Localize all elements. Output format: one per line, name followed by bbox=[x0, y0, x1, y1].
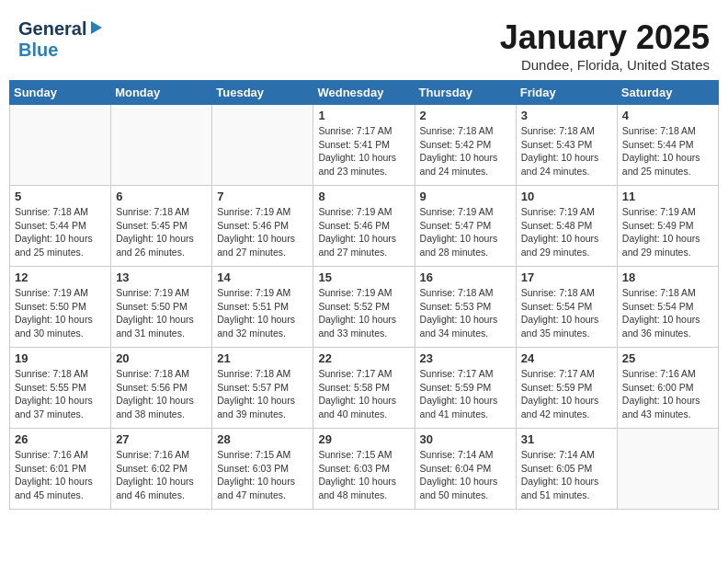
day-info: Sunrise: 7:19 AMSunset: 5:52 PMDaylight:… bbox=[318, 287, 396, 339]
day-cell: 18 Sunrise: 7:18 AMSunset: 5:54 PMDaylig… bbox=[617, 267, 718, 348]
day-cell: 6 Sunrise: 7:18 AMSunset: 5:45 PMDayligh… bbox=[111, 186, 212, 267]
day-number: 7 bbox=[217, 190, 308, 203]
day-number: 4 bbox=[622, 109, 713, 122]
day-cell bbox=[617, 429, 718, 510]
day-number: 26 bbox=[15, 432, 106, 446]
day-info: Sunrise: 7:19 AMSunset: 5:47 PMDaylight:… bbox=[420, 206, 498, 258]
day-cell: 1 Sunrise: 7:17 AMSunset: 5:41 PMDayligh… bbox=[313, 105, 415, 186]
day-number: 13 bbox=[116, 270, 207, 284]
col-wednesday: Wednesday bbox=[313, 81, 415, 105]
week-row-0: 1 Sunrise: 7:17 AMSunset: 5:41 PMDayligh… bbox=[10, 105, 719, 186]
day-number: 24 bbox=[521, 351, 612, 365]
day-cell: 10 Sunrise: 7:19 AMSunset: 5:48 PMDaylig… bbox=[516, 186, 617, 267]
logo: General Blue bbox=[18, 18, 104, 61]
day-info: Sunrise: 7:18 AMSunset: 5:57 PMDaylight:… bbox=[217, 368, 295, 419]
day-info: Sunrise: 7:19 AMSunset: 5:50 PMDaylight:… bbox=[116, 287, 194, 339]
day-info: Sunrise: 7:15 AMSunset: 6:03 PMDaylight:… bbox=[318, 449, 396, 500]
day-info: Sunrise: 7:17 AMSunset: 5:41 PMDaylight:… bbox=[318, 125, 396, 177]
day-cell: 28 Sunrise: 7:15 AMSunset: 6:03 PMDaylig… bbox=[212, 429, 313, 510]
day-cell bbox=[10, 105, 111, 186]
day-cell: 11 Sunrise: 7:19 AMSunset: 5:49 PMDaylig… bbox=[617, 186, 718, 267]
day-info: Sunrise: 7:19 AMSunset: 5:46 PMDaylight:… bbox=[318, 206, 396, 258]
day-info: Sunrise: 7:19 AMSunset: 5:49 PMDaylight:… bbox=[622, 206, 700, 258]
day-number: 22 bbox=[318, 351, 409, 365]
day-number: 10 bbox=[521, 190, 612, 203]
day-number: 8 bbox=[318, 190, 409, 203]
day-number: 3 bbox=[521, 109, 612, 122]
day-info: Sunrise: 7:18 AMSunset: 5:55 PMDaylight:… bbox=[15, 368, 93, 419]
day-number: 16 bbox=[420, 270, 511, 284]
day-info: Sunrise: 7:16 AMSunset: 6:00 PMDaylight:… bbox=[622, 368, 700, 419]
week-row-3: 19 Sunrise: 7:18 AMSunset: 5:55 PMDaylig… bbox=[10, 348, 719, 429]
day-cell bbox=[212, 105, 313, 186]
calendar-header-row: Sunday Monday Tuesday Wednesday Thursday… bbox=[10, 81, 719, 105]
day-cell: 21 Sunrise: 7:18 AMSunset: 5:57 PMDaylig… bbox=[212, 348, 313, 429]
day-cell: 7 Sunrise: 7:19 AMSunset: 5:46 PMDayligh… bbox=[212, 186, 313, 267]
day-info: Sunrise: 7:18 AMSunset: 5:54 PMDaylight:… bbox=[622, 287, 700, 339]
day-cell: 24 Sunrise: 7:17 AMSunset: 5:59 PMDaylig… bbox=[516, 348, 617, 429]
day-cell: 31 Sunrise: 7:14 AMSunset: 6:05 PMDaylig… bbox=[516, 429, 617, 510]
logo-blue-text: Blue bbox=[18, 40, 58, 61]
col-monday: Monday bbox=[111, 81, 212, 105]
day-cell: 8 Sunrise: 7:19 AMSunset: 5:46 PMDayligh… bbox=[313, 186, 415, 267]
day-number: 19 bbox=[15, 351, 106, 365]
calendar-table: Sunday Monday Tuesday Wednesday Thursday… bbox=[9, 80, 719, 510]
day-cell: 9 Sunrise: 7:19 AMSunset: 5:47 PMDayligh… bbox=[415, 186, 516, 267]
day-cell: 3 Sunrise: 7:18 AMSunset: 5:43 PMDayligh… bbox=[516, 105, 617, 186]
svg-marker-0 bbox=[91, 21, 102, 34]
day-cell bbox=[111, 105, 212, 186]
day-number: 20 bbox=[116, 351, 207, 365]
day-info: Sunrise: 7:16 AMSunset: 6:02 PMDaylight:… bbox=[116, 449, 194, 500]
logo-arrow-icon bbox=[87, 19, 104, 40]
day-number: 6 bbox=[116, 190, 207, 203]
day-number: 12 bbox=[15, 270, 106, 284]
col-friday: Friday bbox=[516, 81, 617, 105]
day-number: 31 bbox=[521, 432, 612, 446]
day-info: Sunrise: 7:18 AMSunset: 5:45 PMDaylight:… bbox=[116, 206, 194, 258]
day-info: Sunrise: 7:18 AMSunset: 5:43 PMDaylight:… bbox=[521, 125, 599, 177]
day-number: 1 bbox=[318, 109, 409, 122]
day-number: 11 bbox=[622, 190, 713, 203]
day-number: 17 bbox=[521, 270, 612, 284]
day-cell: 16 Sunrise: 7:18 AMSunset: 5:53 PMDaylig… bbox=[415, 267, 516, 348]
day-cell: 17 Sunrise: 7:18 AMSunset: 5:54 PMDaylig… bbox=[516, 267, 617, 348]
day-cell: 20 Sunrise: 7:18 AMSunset: 5:56 PMDaylig… bbox=[111, 348, 212, 429]
week-row-4: 26 Sunrise: 7:16 AMSunset: 6:01 PMDaylig… bbox=[10, 429, 719, 510]
day-info: Sunrise: 7:19 AMSunset: 5:50 PMDaylight:… bbox=[15, 287, 93, 339]
header: General Blue January 2025 Dundee, Florid… bbox=[9, 9, 719, 80]
day-info: Sunrise: 7:19 AMSunset: 5:48 PMDaylight:… bbox=[521, 206, 599, 258]
day-number: 21 bbox=[217, 351, 308, 365]
day-info: Sunrise: 7:18 AMSunset: 5:44 PMDaylight:… bbox=[622, 125, 700, 177]
page-container: General Blue January 2025 Dundee, Florid… bbox=[9, 9, 719, 510]
day-info: Sunrise: 7:16 AMSunset: 6:01 PMDaylight:… bbox=[15, 449, 93, 500]
day-info: Sunrise: 7:19 AMSunset: 5:51 PMDaylight:… bbox=[217, 287, 295, 339]
day-info: Sunrise: 7:17 AMSunset: 5:58 PMDaylight:… bbox=[318, 368, 396, 419]
day-cell: 23 Sunrise: 7:17 AMSunset: 5:59 PMDaylig… bbox=[415, 348, 516, 429]
day-cell: 27 Sunrise: 7:16 AMSunset: 6:02 PMDaylig… bbox=[111, 429, 212, 510]
day-info: Sunrise: 7:18 AMSunset: 5:44 PMDaylight:… bbox=[15, 206, 93, 258]
day-cell: 30 Sunrise: 7:14 AMSunset: 6:04 PMDaylig… bbox=[415, 429, 516, 510]
day-number: 18 bbox=[622, 270, 713, 284]
day-info: Sunrise: 7:18 AMSunset: 5:54 PMDaylight:… bbox=[521, 287, 599, 339]
day-info: Sunrise: 7:17 AMSunset: 5:59 PMDaylight:… bbox=[420, 368, 498, 419]
day-cell: 29 Sunrise: 7:15 AMSunset: 6:03 PMDaylig… bbox=[313, 429, 415, 510]
day-cell: 22 Sunrise: 7:17 AMSunset: 5:58 PMDaylig… bbox=[313, 348, 415, 429]
day-cell: 15 Sunrise: 7:19 AMSunset: 5:52 PMDaylig… bbox=[313, 267, 415, 348]
day-number: 25 bbox=[622, 351, 713, 365]
day-info: Sunrise: 7:15 AMSunset: 6:03 PMDaylight:… bbox=[217, 449, 295, 500]
day-cell: 2 Sunrise: 7:18 AMSunset: 5:42 PMDayligh… bbox=[415, 105, 516, 186]
col-thursday: Thursday bbox=[415, 81, 516, 105]
day-cell: 25 Sunrise: 7:16 AMSunset: 6:00 PMDaylig… bbox=[617, 348, 718, 429]
day-cell: 13 Sunrise: 7:19 AMSunset: 5:50 PMDaylig… bbox=[111, 267, 212, 348]
title-block: January 2025 Dundee, Florida, United Sta… bbox=[500, 18, 710, 73]
day-info: Sunrise: 7:18 AMSunset: 5:56 PMDaylight:… bbox=[116, 368, 194, 419]
day-cell: 19 Sunrise: 7:18 AMSunset: 5:55 PMDaylig… bbox=[10, 348, 111, 429]
day-number: 30 bbox=[420, 432, 511, 446]
day-number: 14 bbox=[217, 270, 308, 284]
day-cell: 5 Sunrise: 7:18 AMSunset: 5:44 PMDayligh… bbox=[10, 186, 111, 267]
day-info: Sunrise: 7:18 AMSunset: 5:42 PMDaylight:… bbox=[420, 125, 498, 177]
month-title: January 2025 bbox=[500, 18, 710, 57]
day-number: 2 bbox=[420, 109, 511, 122]
logo-general-text: General bbox=[18, 18, 86, 40]
col-tuesday: Tuesday bbox=[212, 81, 313, 105]
